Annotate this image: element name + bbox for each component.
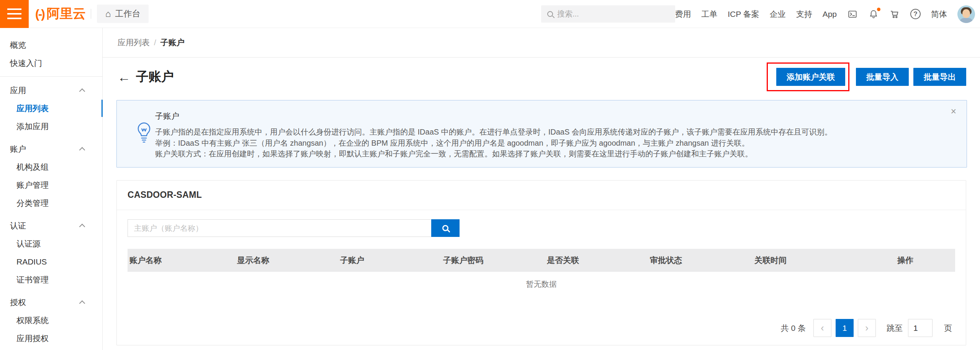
aliyun-logo-text: 阿里云 <box>47 5 86 23</box>
menu-item-support[interactable]: 支持 <box>796 9 812 20</box>
account-search-bar <box>128 219 955 237</box>
breadcrumb-separator: / <box>154 38 156 47</box>
search-icon <box>547 11 553 17</box>
menu-item-enterprise[interactable]: 企业 <box>770 9 786 20</box>
idaas-console-page: (-) 阿里云 ⌂ 工作台 费用 工单 ICP 备案 企业 支持 App <box>0 0 980 350</box>
main-layout: 概览 快速入门 应用 应用列表 添加应用 账户 机构及组 <box>0 28 980 350</box>
back-arrow-icon[interactable]: ← <box>118 71 131 84</box>
pagination-prev-button[interactable]: ‹ <box>813 319 831 337</box>
column-account-name: 账户名称 <box>128 255 235 266</box>
annotation-highlight-box: 添加账户关联 <box>767 62 849 91</box>
chevron-up-icon <box>79 147 85 153</box>
topbar-search[interactable] <box>541 5 675 23</box>
card-divider <box>117 210 966 210</box>
breadcrumb: 应用列表 / 子账户 <box>103 28 980 58</box>
sidebar-item-org-groups[interactable]: 机构及组 <box>0 158 102 176</box>
sidebar-item-category-management[interactable]: 分类管理 <box>0 194 102 212</box>
header-actions: 添加账户关联 批量导入 批量导出 <box>767 62 966 91</box>
pagination-jump-input[interactable] <box>908 319 933 337</box>
column-sub-account-password: 子账户密码 <box>441 255 545 266</box>
sidebar-item-certificate-management[interactable]: 证书管理 <box>0 271 102 289</box>
add-account-association-button[interactable]: 添加账户关联 <box>776 68 845 86</box>
menu-item-icp[interactable]: ICP 备案 <box>728 9 759 20</box>
info-banner: 子账户 子账户指的是在指定应用系统中，用户会以什么身份进行访问。主账户指的是 I… <box>116 100 967 168</box>
batch-export-button[interactable]: 批量导出 <box>913 68 966 86</box>
aliyun-logo-icon: (-) <box>35 7 44 21</box>
home-icon: ⌂ <box>105 8 111 19</box>
topbar-menu: 费用 工单 ICP 备案 企业 支持 App <box>675 0 980 28</box>
hamburger-icon <box>7 8 21 10</box>
sidebar-item-overview[interactable]: 概览 <box>0 36 102 54</box>
chevron-up-icon <box>79 301 85 307</box>
column-is-associated: 是否关联 <box>545 255 648 266</box>
pagination-next-button[interactable]: › <box>858 319 876 337</box>
column-sub-account: 子账户 <box>338 255 441 266</box>
sidebar-item-add-application[interactable]: 添加应用 <box>0 117 102 135</box>
sidebar-group-authentication[interactable]: 认证 <box>0 217 102 235</box>
topbar: (-) 阿里云 ⌂ 工作台 费用 工单 ICP 备案 企业 支持 App <box>0 0 980 28</box>
column-approval-status: 审批状态 <box>648 255 753 266</box>
notification-dot <box>877 8 880 11</box>
menu-item-billing[interactable]: 费用 <box>675 9 691 20</box>
banner-line-2: 举例：IDaaS 中有主账户 张三（用户名 zhangsan），在企业的 BPM… <box>155 138 940 149</box>
notifications-bell-icon[interactable] <box>868 9 879 20</box>
pagination: 共 0 条 ‹ 1 › 跳至 页 <box>131 319 952 337</box>
application-name: CASDOOR-SAML <box>128 190 955 200</box>
pagination-page-unit: 页 <box>944 323 952 334</box>
menu-item-tickets[interactable]: 工单 <box>701 9 717 20</box>
topbar-divider <box>91 9 91 19</box>
sidebar-item-radius[interactable]: RADIUS <box>0 253 102 271</box>
language-switcher[interactable]: 简体 <box>931 9 947 20</box>
column-actions: 操作 <box>895 255 955 266</box>
column-association-time: 关联时间 <box>753 255 895 266</box>
search-button[interactable] <box>431 219 460 237</box>
cart-icon[interactable] <box>889 9 900 20</box>
batch-import-button[interactable]: 批量导入 <box>856 68 909 86</box>
table-header-row: 账户名称 显示名称 子账户 子账户密码 是否关联 审批状态 关联时间 操作 <box>128 249 955 272</box>
hamburger-menu-button[interactable] <box>0 0 29 28</box>
banner-line-3: 账户关联方式：在应用创建时，如果选择了账户映射，即默认主账户和子账户完全一致，无… <box>155 148 940 159</box>
pagination-jump-label: 跳至 <box>887 323 903 334</box>
console-icon[interactable] <box>847 9 858 20</box>
menu-item-app[interactable]: App <box>823 10 837 19</box>
sidebar-item-quickstart[interactable]: 快速入门 <box>0 54 102 72</box>
aliyun-logo[interactable]: (-) 阿里云 <box>35 5 86 23</box>
sidebar: 概览 快速入门 应用 应用列表 添加应用 账户 机构及组 <box>0 28 103 350</box>
sidebar-item-application-list[interactable]: 应用列表 <box>0 99 102 117</box>
sub-account-card: CASDOOR-SAML 账户名称 显示名称 子账户 子账户密码 是否关联 审批… <box>116 180 966 345</box>
close-icon[interactable]: × <box>951 107 956 116</box>
topbar-search-input[interactable] <box>557 10 664 18</box>
table-empty-state: 暂无数据 <box>128 272 955 296</box>
pagination-page-1[interactable]: 1 <box>836 319 854 337</box>
help-icon[interactable]: ? <box>910 9 921 19</box>
sidebar-divider <box>0 76 102 77</box>
page-header: ← 子账户 添加账户关联 批量导入 批量导出 <box>118 62 966 91</box>
column-display-name: 显示名称 <box>235 255 338 266</box>
sidebar-group-authorization[interactable]: 授权 <box>0 293 102 311</box>
banner-title: 子账户 <box>155 111 940 122</box>
chevron-up-icon <box>79 89 85 95</box>
workbench-label: 工作台 <box>115 8 140 20</box>
search-icon <box>442 225 448 231</box>
workbench-button[interactable]: ⌂ 工作台 <box>97 5 149 23</box>
sidebar-group-accounts[interactable]: 账户 <box>0 140 102 158</box>
bulb-icon <box>136 122 152 144</box>
breadcrumb-current: 子账户 <box>160 37 185 48</box>
page-title: 子账户 <box>136 68 174 85</box>
sidebar-item-application-authorization[interactable]: 应用授权 <box>0 329 102 347</box>
sidebar-item-account-management[interactable]: 账户管理 <box>0 176 102 194</box>
chevron-up-icon <box>79 224 85 230</box>
banner-line-1: 子账户指的是在指定应用系统中，用户会以什么身份进行访问。主账户指的是 IDaaS… <box>155 127 940 138</box>
breadcrumb-application-list[interactable]: 应用列表 <box>118 37 150 48</box>
sidebar-item-permission-system[interactable]: 权限系统 <box>0 311 102 329</box>
user-avatar[interactable] <box>957 5 975 23</box>
pagination-total: 共 0 条 <box>781 323 806 334</box>
primary-account-search-input[interactable] <box>128 219 431 237</box>
content-area: 应用列表 / 子账户 ← 子账户 添加账户关联 批量导入 批量导出 <box>103 28 980 350</box>
sidebar-group-applications[interactable]: 应用 <box>0 81 102 99</box>
sidebar-item-auth-sources[interactable]: 认证源 <box>0 235 102 253</box>
